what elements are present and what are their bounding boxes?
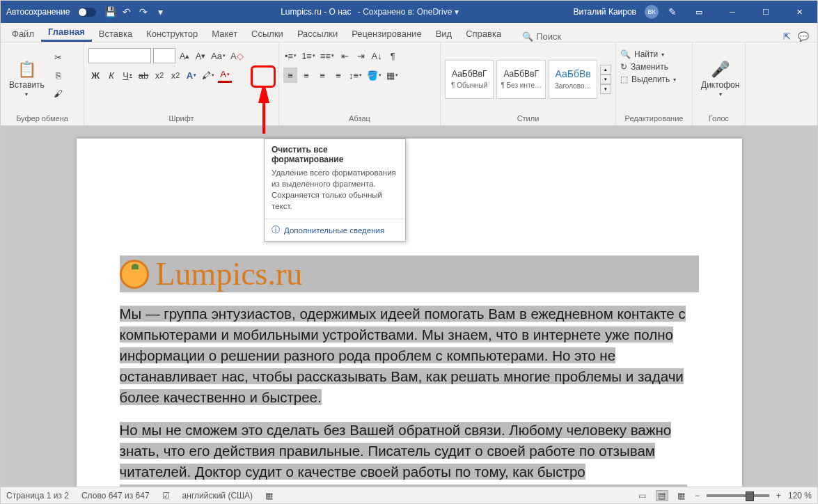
cut-icon[interactable]: ✂ [52,49,65,65]
tab-mailings[interactable]: Рассылки [290,24,345,42]
clear-formatting-button[interactable]: A◇ [229,48,245,63]
clipboard-icon: 📋 [17,61,36,79]
saved-location[interactable]: - Сохранено в: OneDrive ▾ [358,7,459,17]
sort-icon[interactable]: A↓ [370,48,384,63]
style-nospacing[interactable]: АаБбВвГ¶ Без инте… [496,60,545,99]
qat-dropdown-icon[interactable]: ▾ [155,6,166,17]
zoom-level[interactable]: 120 % [788,491,812,501]
borders-icon[interactable]: ▦ [385,68,400,83]
tab-view[interactable]: Вид [429,24,459,42]
select-button[interactable]: ⬚Выделить▾ [620,74,676,84]
tab-file[interactable]: Файл [5,24,41,42]
dictate-button[interactable]: 🎤 Диктофон ▾ [697,45,744,113]
redo-icon[interactable]: ↷ [138,6,149,17]
title-bar: Автосохранение 💾 ↶ ↷ ▾ Lumpics.ru - О на… [1,1,817,23]
view-read-icon[interactable]: ▭ [636,490,649,501]
macro-icon[interactable]: ▦ [265,491,273,501]
tab-help[interactable]: Справка [459,24,508,42]
tooltip-clear-formatting: Очистить все форматирование Удаление все… [264,139,406,242]
tooltip-body: Удаление всего форматирования из выделен… [265,167,405,219]
tab-review[interactable]: Рецензирование [345,24,428,42]
font-name-input[interactable] [88,48,151,63]
decrease-indent-icon[interactable]: ⇤ [338,48,352,63]
comments-icon[interactable]: 💬 [798,31,809,42]
tab-references[interactable]: Ссылки [244,24,290,42]
user-name[interactable]: Виталий Каиров [573,7,636,17]
show-marks-icon[interactable]: ¶ [386,48,400,63]
logo-icon [120,260,149,289]
document-area[interactable]: Lumpics.ru Мы — группа энтузиастов, одер… [1,126,817,487]
bullets-icon[interactable]: •≡ [283,48,298,63]
view-print-icon[interactable]: ▤ [656,490,668,501]
ribbon-tabs: Файл Главная Вставка Конструктор Макет С… [1,23,817,42]
copy-icon[interactable]: ⎘ [52,68,65,83]
selection-logo[interactable]: Lumpics.ru [120,255,699,292]
autosave-toggle[interactable] [78,8,96,17]
line-spacing-icon[interactable]: ↕≡ [347,68,363,83]
undo-icon[interactable]: ↶ [121,6,132,17]
search-box[interactable]: 🔍 Поиск [522,31,561,42]
font-color-icon[interactable]: A [218,68,232,83]
status-language[interactable]: английский (США) [182,491,253,501]
styles-gallery-nav[interactable]: ▴▾▾ [600,65,611,94]
select-icon: ⬚ [620,74,628,84]
grow-font-icon[interactable]: A▴ [178,48,191,63]
maximize-icon[interactable]: ☐ [753,3,778,20]
style-normal[interactable]: АаБбВвГ¶ Обычный [445,60,494,99]
justify-icon[interactable]: ≡ [331,68,345,83]
ribbon-options-icon[interactable]: ▭ [686,3,711,20]
tab-insert[interactable]: Вставка [92,24,139,42]
status-page[interactable]: Страница 1 из 2 [6,491,69,501]
minimize-icon[interactable]: ─ [720,3,745,20]
selection-p1[interactable]: Мы — группа энтузиастов, одержимых идеей… [120,306,686,405]
selection-p2[interactable]: Но мы не сможем это сделать без Вашей об… [120,422,688,487]
highlight-icon[interactable]: 🖍 [200,68,216,83]
find-button[interactable]: 🔍Найти▾ [620,49,676,59]
shrink-font-icon[interactable]: A▾ [194,48,207,63]
shading-icon[interactable]: 🪣 [365,68,383,83]
group-styles: Стили [445,113,611,124]
tooltip-more-link[interactable]: ⓘДополнительные сведения [265,219,405,241]
tab-design[interactable]: Конструктор [139,24,205,42]
paste-button[interactable]: 📋 Вставить ▾ [5,45,49,113]
subscript-button[interactable]: x2 [152,68,166,83]
mic-icon: 🎤 [711,61,730,79]
tab-layout[interactable]: Макет [205,24,244,42]
align-left-icon[interactable]: ≡ [283,68,297,83]
document-title: Lumpics.ru - О нас [281,7,351,17]
close-icon[interactable]: ✕ [787,3,812,20]
zoom-in-icon[interactable]: + [776,491,781,501]
page: Lumpics.ru Мы — группа энтузиастов, одер… [77,139,742,487]
logo-text: Lumpics.ru [156,255,303,292]
zoom-out-icon[interactable]: − [695,491,700,501]
strikethrough-button[interactable]: ab [136,68,150,83]
help-icon: ⓘ [272,225,280,235]
increase-indent-icon[interactable]: ⇥ [354,48,368,63]
bold-button[interactable]: Ж [88,68,102,83]
font-size-input[interactable] [153,48,175,63]
italic-button[interactable]: К [104,68,118,83]
change-case-icon[interactable]: Aa [210,48,227,63]
arrow-annotation [257,88,271,136]
status-bar: Страница 1 из 2 Слово 647 из 647 ☑ англи… [1,487,817,503]
view-web-icon[interactable]: ▦ [675,490,688,501]
save-icon[interactable]: 💾 [104,6,116,17]
status-words[interactable]: Слово 647 из 647 [81,491,150,501]
spellcheck-icon[interactable]: ☑ [162,491,170,501]
pen-icon[interactable]: ✎ [667,6,678,17]
user-avatar[interactable]: ВК [645,5,659,19]
share-icon[interactable]: ⇱ [783,31,791,42]
replace-button[interactable]: ↻Заменить [620,62,676,72]
zoom-slider[interactable] [707,494,769,497]
multilevel-icon[interactable]: ≡≡ [319,48,336,63]
numbering-icon[interactable]: 1≡ [300,48,317,63]
format-painter-icon[interactable]: 🖌 [52,86,65,101]
superscript-button[interactable]: x2 [168,68,182,83]
align-right-icon[interactable]: ≡ [315,68,329,83]
align-center-icon[interactable]: ≡ [299,68,313,83]
search-icon: 🔍 [522,31,533,42]
style-heading1[interactable]: АаБбВвЗаголово… [549,60,597,99]
text-effects-icon[interactable]: A [184,68,198,83]
tab-home[interactable]: Главная [41,22,92,42]
underline-button[interactable]: Ч [120,68,134,83]
